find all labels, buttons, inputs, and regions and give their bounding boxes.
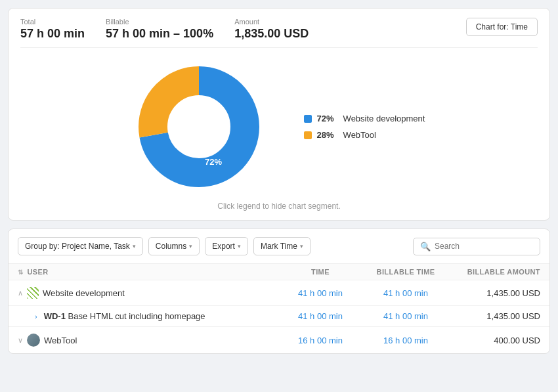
webtool-time: 16 h 00 min [278, 336, 363, 345]
summary-card: Total 57 h 00 min Billable 57 h 00 min –… [8, 8, 550, 221]
donut-svg: 72% 28% [133, 61, 265, 192]
chart-for-button[interactable]: Chart for: Time [466, 18, 538, 36]
donut-chart: 72% 28% [133, 61, 265, 192]
group-by-label: Group by: Project Name, Task [25, 242, 130, 251]
webtool-amount: 400.00 USD [448, 336, 540, 345]
mark-time-chevron-icon: ▾ [300, 243, 303, 250]
legend-item-webtool[interactable]: 28% WebTool [304, 130, 425, 140]
amount-value: 1,835.00 USD [234, 27, 309, 41]
table-row: ∧ Website development 41 h 00 min 41 h 0… [9, 280, 549, 306]
svg-text:72%: 72% [205, 157, 222, 167]
avatar-image [27, 334, 40, 347]
row-task-wd1: › WD-1 Base HTML cut including homepage [35, 311, 278, 321]
legend-label-webtool: WebTool [343, 130, 376, 140]
project-website-name: Website development [43, 288, 125, 298]
group-by-button[interactable]: Group by: Project Name, Task ▾ [18, 237, 143, 255]
table-header: ⇅ USER TIME BILLABLE TIME BILLABLE AMOUN… [9, 264, 549, 280]
legend-pct-website: 72% [317, 114, 338, 123]
amount-summary: Amount 1,835.00 USD [234, 18, 309, 41]
total-label: Total [20, 18, 85, 26]
total-summary: Total 57 h 00 min [20, 18, 85, 41]
project-stripe-icon [27, 287, 39, 299]
export-label: Export [212, 242, 235, 251]
columns-button[interactable]: Columns ▾ [148, 237, 200, 255]
legend-dot-webtool [304, 131, 312, 139]
svg-point-2 [169, 97, 228, 156]
export-button[interactable]: Export ▾ [205, 237, 248, 255]
header-billable-time: BILLABLE TIME [363, 268, 448, 276]
avatar [27, 334, 40, 347]
legend-dot-website [304, 115, 312, 123]
summary-bar: Total 57 h 00 min Billable 57 h 00 min –… [20, 18, 538, 48]
legend-label-website: Website development [343, 114, 425, 123]
total-value: 57 h 00 min [20, 27, 85, 41]
billable-value: 57 h 00 min – 100% [106, 27, 213, 41]
wd1-billable-time: 41 h 00 min [363, 311, 448, 321]
header-user: ⇅ USER [18, 268, 278, 276]
wd1-amount: 1,435.00 USD [448, 311, 540, 321]
sort-up-icon: ⇅ [18, 269, 23, 276]
header-billable-amount: BILLABLE AMOUNT [448, 268, 540, 276]
export-chevron-icon: ▾ [238, 243, 241, 250]
columns-chevron-icon: ▾ [189, 243, 192, 250]
webtool-billable-time: 16 h 00 min [363, 336, 448, 345]
collapse-icon[interactable]: ∧ [18, 289, 23, 297]
toolbar: Group by: Project Name, Task ▾ Columns ▾… [9, 229, 549, 264]
header-time: TIME [278, 268, 363, 276]
search-icon: 🔍 [420, 242, 431, 251]
legend-item-website[interactable]: 72% Website development [304, 114, 425, 123]
billable-label: Billable [106, 18, 213, 26]
data-table-card: Group by: Project Name, Task ▾ Columns ▾… [8, 229, 550, 354]
mark-time-label: Mark Time [261, 242, 297, 251]
table-row: › WD-1 Base HTML cut including homepage … [9, 306, 549, 327]
task-wd1-name: WD-1 Base HTML cut including homepage [44, 311, 205, 321]
group-by-chevron-icon: ▾ [133, 243, 136, 250]
search-box[interactable]: 🔍 [413, 238, 540, 255]
row-project-webtool: ∨ WebTool [18, 334, 278, 347]
website-time: 41 h 00 min [278, 288, 363, 298]
wd1-time: 41 h 00 min [278, 311, 363, 321]
sub-expand-icon[interactable]: › [35, 313, 37, 320]
chart-legend: 72% Website development 28% WebTool [304, 114, 425, 140]
billable-summary: Billable 57 h 00 min – 100% [106, 18, 213, 41]
collapse-icon[interactable]: ∨ [18, 336, 23, 345]
table-row: ∨ WebTool 16 h 00 min 16 h 00 min 400.00… [9, 327, 549, 353]
project-webtool-name: WebTool [44, 336, 77, 345]
chart-note: Click legend to hide chart segment. [20, 199, 538, 220]
chart-area: 72% 28% 72% Website development 28% WebT… [20, 48, 538, 199]
svg-text:28%: 28% [169, 131, 186, 141]
website-billable-time: 41 h 00 min [363, 288, 448, 298]
search-input[interactable] [435, 242, 533, 251]
row-project-website: ∧ Website development [18, 287, 278, 299]
legend-pct-webtool: 28% [317, 130, 338, 140]
columns-label: Columns [156, 242, 186, 251]
website-amount: 1,435.00 USD [448, 288, 540, 298]
mark-time-button[interactable]: Mark Time ▾ [253, 237, 311, 255]
amount-label: Amount [234, 18, 309, 26]
